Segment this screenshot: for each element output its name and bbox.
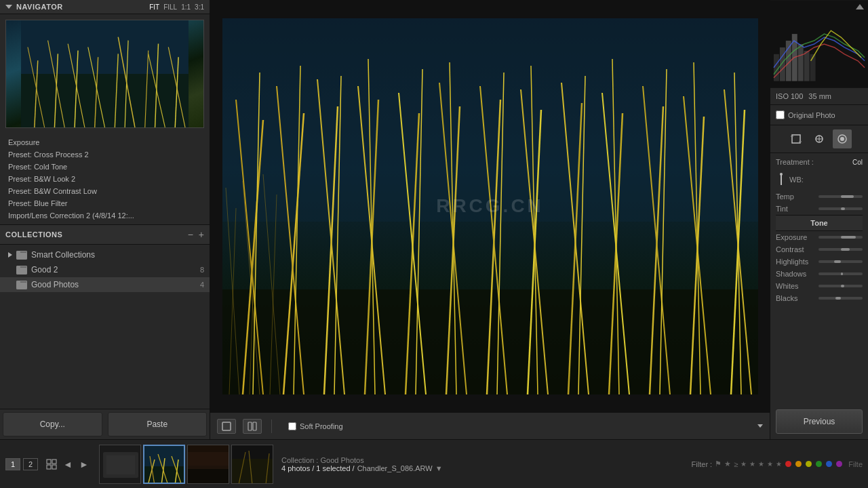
preset-item-exposure[interactable]: Exposure [0,136,210,148]
original-photo-row: Original Photo [776,108,863,121]
page-num-1[interactable]: 1 [5,458,20,470]
thumbnail-1[interactable] [99,445,141,484]
collection-item-smart[interactable]: Smart Collections [0,247,210,262]
thumbnail-4[interactable] [231,445,273,484]
contrast-slider-row: Contrast [776,243,863,256]
filter-star-2[interactable]: ★ [749,460,755,468]
spot-heal-btn[interactable] [810,129,829,148]
original-photo-checkbox[interactable] [776,110,785,119]
filter-color-green[interactable] [816,461,822,467]
expand-icon [5,265,15,274]
presets-section: Exposure Preset: Cross Process 2 Preset:… [0,134,210,224]
exposure-slider[interactable] [818,236,863,239]
thumbnail-3[interactable] [187,445,229,484]
navigator-collapse-icon [5,5,12,9]
filter-star-1[interactable]: ★ [741,460,747,468]
thumbnail-2[interactable] [143,445,185,484]
svg-rect-77 [780,47,785,81]
svg-rect-23 [17,281,20,283]
filmstrip-dropdown-icon[interactable]: ▼ [435,464,443,472]
filter-star-5[interactable]: ★ [776,460,782,468]
filter-star-4[interactable]: ★ [767,460,773,468]
filter-color-orange[interactable] [795,461,802,467]
collection-count-good2: 8 [200,266,204,274]
preset-item-coldtone[interactable]: Preset: Cold Tone [0,161,210,173]
filmstrip-filename: Chandler_S_086.ARW [357,464,433,472]
whites-label: Whites [776,282,799,290]
nav-fit-btn[interactable]: FIT [149,3,159,11]
collections-list: Smart Collections Good 2 8 [0,245,210,409]
blacks-slider-row: Blacks [776,292,863,304]
tint-slider-row: Tint [776,203,863,215]
view-loupe-btn[interactable] [217,419,236,434]
collection-item-good2[interactable]: Good 2 8 [0,262,210,277]
preset-item-bluefilter[interactable]: Preset: Blue Filter [0,197,210,209]
blacks-label: Blacks [776,294,797,302]
svg-rect-93 [47,460,51,464]
right-panel: ISO 100 35 mm Original Photo Tr [770,0,868,439]
collections-add-btn[interactable]: + [199,229,204,240]
temp-slider-row: Temp [776,190,863,203]
crop-tool-btn[interactable] [787,129,806,148]
collection-count-good-photos: 4 [200,281,204,289]
histogram-menu-icon[interactable] [856,4,864,9]
toolbar-dropdown-arrow[interactable] [757,424,763,428]
paste-button[interactable]: Paste [108,412,208,436]
filter-gt-icon[interactable]: ≥ [734,460,738,468]
nav-fit-buttons: FIT FILL 1:1 3:1 [149,3,204,11]
svg-rect-110 [188,452,229,469]
nav-1to1-btn[interactable]: 1:1 [181,3,191,11]
shadows-slider[interactable] [818,272,863,275]
nav-thumbnail[interactable] [5,20,204,128]
nav-3to1-btn[interactable]: 3:1 [195,3,204,11]
svg-rect-81 [804,51,810,81]
wb-row: WB: [789,174,863,186]
filter-color-purple[interactable] [836,461,842,467]
svg-rect-21 [17,266,20,268]
filter-color-red[interactable] [785,461,791,467]
eyedropper-icon[interactable] [776,173,787,186]
filter-flag-icon[interactable]: ⚑ [715,460,722,468]
shadows-label: Shadows [776,270,806,278]
nav-fill-btn[interactable]: FILL [163,3,177,11]
tint-slider[interactable] [818,207,863,210]
preset-item-bwlook[interactable]: Preset: B&W Look 2 [0,173,210,185]
svg-point-92 [780,173,783,176]
view-compare-btn[interactable] [243,419,262,434]
main-photo[interactable]: RRCG.CN [210,0,770,412]
navigator-preview [0,14,210,134]
grid-view-btn[interactable] [45,458,58,470]
collections-header[interactable]: Collections − + [0,224,210,245]
temp-label: Temp [776,192,794,201]
preset-item-bwcontrast[interactable]: Preset: B&W Contrast Low [0,185,210,197]
contrast-slider[interactable] [818,248,863,251]
filter-color-yellow[interactable] [806,461,812,467]
next-nav-icon[interactable]: ► [77,458,91,470]
copy-button[interactable]: Copy... [3,412,102,436]
filter-star-3[interactable]: ★ [758,460,764,468]
preset-item-crossprocess[interactable]: Preset: Cross Process 2 [0,148,210,161]
filter-star-icon[interactable]: ★ [724,460,731,468]
collections-minus-btn[interactable]: − [188,229,193,240]
collections-actions: − + [188,229,204,240]
highlights-slider[interactable] [818,260,863,263]
previous-button[interactable]: Previous [776,409,863,434]
left-panel: Navigator FIT FILL 1:1 3:1 [0,0,210,439]
soft-proofing-checkbox[interactable] [288,422,296,430]
svg-rect-94 [52,460,56,464]
wb-label: WB: [789,176,804,184]
right-icons-row [770,125,868,152]
filter-color-blue[interactable] [826,461,832,467]
sliders-section: Temp Tint Tone Exposure Contrast [770,188,868,306]
soft-proofing-control[interactable]: Soft Proofing [288,422,343,430]
collection-item-good-photos[interactable]: Good Photos 4 [0,277,210,292]
develop-btn[interactable] [833,129,852,148]
preset-item-importlens[interactable]: Import/Lens Correction 2 (4/8/14 12:... [0,209,210,222]
blacks-slider[interactable] [818,297,863,300]
navigator-header[interactable]: Navigator FIT FILL 1:1 3:1 [0,0,210,14]
whites-slider[interactable] [818,285,863,287]
page-num-2[interactable]: 2 [23,458,38,470]
temp-slider[interactable] [818,195,863,198]
nav-thumbnail-image [6,20,203,127]
prev-nav-icon[interactable]: ◄ [61,458,75,470]
